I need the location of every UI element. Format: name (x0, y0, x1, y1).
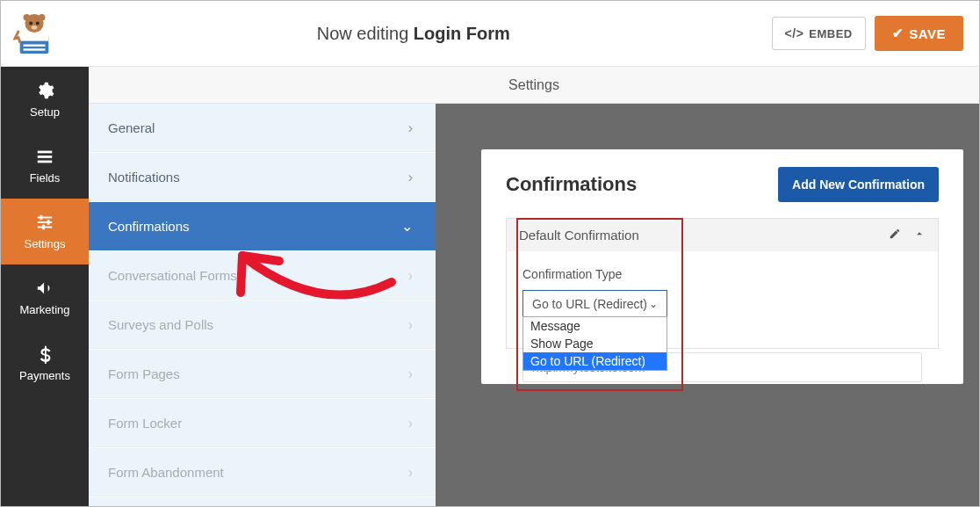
rail-label: Fields (30, 171, 61, 185)
app-logo (13, 11, 55, 55)
rail-item-fields[interactable]: Fields (1, 133, 89, 199)
svg-rect-13 (38, 217, 53, 219)
svg-rect-11 (38, 156, 53, 158)
svg-rect-10 (38, 151, 53, 154)
dollar-icon (35, 344, 54, 364)
chevron-right-icon: › (408, 268, 413, 284)
confirmations-card: Confirmations Add New Confirmation Defau… (481, 149, 963, 384)
pencil-icon[interactable] (889, 228, 901, 243)
settings-item-conversational[interactable]: Conversational Forms › (89, 251, 436, 301)
page-title: Now editing Login Form (55, 24, 772, 44)
gear-icon (35, 81, 54, 100)
chevron-right-icon: › (408, 465, 413, 481)
rail-item-settings[interactable]: Settings (1, 199, 89, 264)
rail-item-setup[interactable]: Setup (1, 67, 89, 133)
settings-item-form-pages[interactable]: Form Pages › (89, 350, 436, 399)
rail-label: Marketing (19, 303, 69, 316)
svg-point-3 (29, 22, 32, 25)
dropdown-option-message[interactable]: Message (523, 317, 667, 335)
settings-item-form-abandonment[interactable]: Form Abandonment › (89, 448, 436, 497)
svg-rect-14 (38, 221, 53, 223)
settings-item-general[interactable]: General › (89, 104, 436, 153)
confirmation-type-dropdown: Message Show Page Go to URL (Redirect) (522, 316, 667, 371)
svg-point-2 (39, 14, 46, 21)
chevron-right-icon: › (408, 317, 413, 333)
list-icon (35, 147, 54, 166)
svg-point-1 (24, 14, 31, 21)
confirmation-type-label: Confirmation Type (522, 267, 922, 281)
settings-item-form-locker[interactable]: Form Locker › (89, 399, 436, 448)
add-confirmation-button[interactable]: Add New Confirmation (778, 167, 939, 202)
save-button[interactable]: ✔ SAVE (875, 16, 963, 51)
section-header: Settings (89, 67, 979, 104)
svg-point-4 (36, 22, 40, 25)
settings-item-surveys[interactable]: Surveys and Polls › (89, 301, 436, 350)
sliders-icon (35, 213, 54, 232)
chevron-right-icon: › (408, 416, 413, 431)
confirmation-header[interactable]: Default Confirmation (507, 219, 938, 251)
card-title: Confirmations (506, 173, 637, 196)
rail-item-marketing[interactable]: Marketing (1, 264, 89, 330)
dropdown-option-redirect[interactable]: Go to URL (Redirect) (523, 352, 667, 370)
content-area: Confirmations Add New Confirmation Defau… (436, 104, 979, 506)
left-rail: Setup Fields Settings Marketing Payments (1, 67, 89, 506)
svg-rect-12 (38, 161, 53, 163)
form-name: Login Form (414, 24, 510, 43)
rail-label: Payments (19, 369, 70, 382)
code-icon: </> (785, 26, 804, 40)
editing-prefix: Now editing (317, 24, 414, 43)
rail-item-payments[interactable]: Payments (1, 330, 89, 396)
chevron-right-icon: › (408, 366, 413, 382)
chevron-up-icon[interactable] (913, 228, 926, 243)
settings-panel: General › Notifications › Confirmations … (89, 104, 436, 506)
confirmation-item: Default Confirmation Confirmation Type (506, 218, 939, 349)
rail-label: Setup (30, 105, 60, 119)
chevron-right-icon: › (408, 120, 413, 136)
svg-rect-17 (47, 220, 50, 225)
rail-label: Settings (25, 237, 66, 250)
svg-rect-18 (42, 225, 45, 230)
embed-button[interactable]: </> EMBED (772, 17, 866, 50)
confirmation-type-select[interactable]: Go to URL (Redirect) ⌄ (522, 290, 667, 318)
svg-rect-7 (20, 35, 49, 41)
settings-item-confirmations[interactable]: Confirmations ⌄ (89, 202, 436, 251)
svg-rect-16 (40, 215, 43, 221)
bullhorn-icon (35, 279, 54, 298)
check-icon: ✔ (892, 25, 904, 41)
settings-item-notifications[interactable]: Notifications › (89, 153, 436, 202)
chevron-right-icon: › (408, 170, 413, 185)
svg-rect-8 (24, 44, 46, 46)
dropdown-option-show-page[interactable]: Show Page (523, 335, 667, 352)
svg-point-5 (32, 25, 38, 30)
chevron-down-icon: ⌄ (649, 298, 658, 310)
chevron-down-icon: ⌄ (401, 218, 413, 235)
svg-rect-9 (24, 48, 46, 50)
top-bar: Now editing Login Form </> EMBED ✔ SAVE (1, 1, 979, 67)
